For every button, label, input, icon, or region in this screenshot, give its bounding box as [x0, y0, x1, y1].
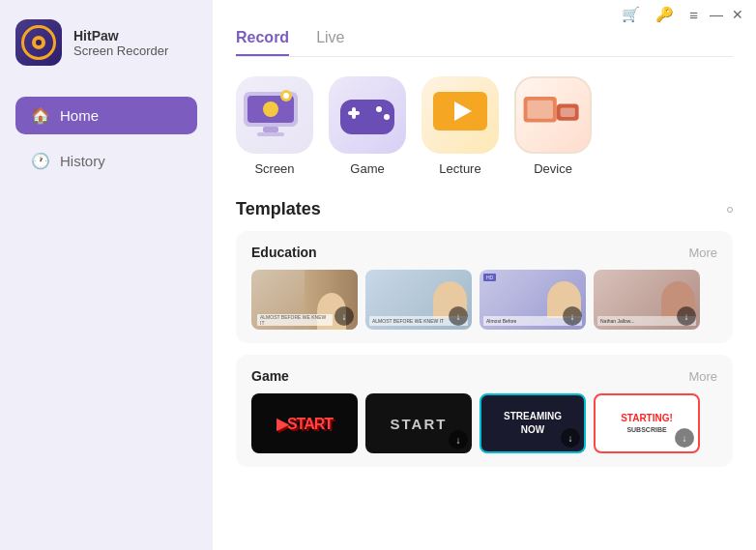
download-badge[interactable]: ↓ — [334, 306, 354, 326]
download-badge[interactable]: ↓ — [449, 430, 468, 449]
app-logo-icon — [15, 19, 62, 66]
logo-area: HitPaw Screen Recorder — [15, 19, 197, 66]
device-label: Device — [534, 161, 572, 176]
history-label: History — [60, 153, 105, 169]
content-area: Record Live Screen — [213, 29, 756, 550]
game-icon-bg — [329, 76, 406, 154]
download-badge[interactable]: ↓ — [563, 306, 582, 326]
template-thumb[interactable]: ALMOST BEFORE WE KNEW IT ↓ — [365, 270, 472, 330]
svg-point-10 — [376, 106, 382, 112]
game-more-link[interactable]: More — [688, 369, 717, 384]
record-options: Screen Game — [236, 76, 733, 176]
game-label: Game — [350, 161, 384, 176]
lecture-svg — [422, 76, 499, 154]
history-icon: 🕐 — [31, 152, 50, 170]
close-button[interactable]: ✕ — [731, 8, 744, 21]
education-section-header: Education More — [251, 245, 717, 260]
logo-text: HitPaw Screen Recorder — [73, 28, 168, 58]
download-badge[interactable]: ↓ — [561, 428, 580, 448]
template-thumb[interactable]: ALMOST BEFORE WE KNEW IT ↓ — [251, 270, 358, 330]
record-option-screen[interactable]: Screen — [236, 76, 313, 176]
template-thumb[interactable]: HD Almost Before ↓ — [480, 270, 586, 330]
template-thumb[interactable]: Nathan Jallow... ↓ — [594, 270, 700, 330]
screen-icon-bg — [236, 76, 313, 154]
game-thumbnails: ▶START START ↓ STREAMINGNOW ↓ STARTING!S… — [251, 393, 717, 453]
minimize-button[interactable]: — — [710, 8, 723, 21]
svg-rect-3 — [263, 127, 278, 132]
record-option-lecture[interactable]: Lecture — [422, 76, 499, 176]
sidebar-item-history[interactable]: 🕐 History — [15, 142, 197, 180]
key-icon[interactable]: 🔑 — [655, 6, 674, 23]
game-streaming-text: STREAMINGNOW — [504, 410, 562, 437]
svg-point-11 — [384, 114, 390, 120]
download-badge[interactable]: ↓ — [677, 306, 696, 326]
template-thumb[interactable]: ▶START — [251, 393, 358, 453]
education-title: Education — [251, 245, 317, 260]
templates-header: Templates — [236, 199, 733, 219]
sidebar-item-home[interactable]: 🏠 Home — [15, 97, 197, 134]
game-start-text2: START — [391, 416, 448, 432]
lecture-icon-bg — [422, 76, 499, 154]
screen-label: Screen — [254, 161, 294, 176]
education-more-link[interactable]: More — [688, 246, 717, 260]
tab-record[interactable]: Record — [236, 29, 289, 56]
device-icon-bg — [514, 76, 592, 154]
record-option-device[interactable]: Device — [514, 76, 592, 176]
game-section-title: Game — [251, 368, 289, 384]
titlebar: 🛒 🔑 ≡ — ✕ — [213, 0, 756, 29]
lecture-label: Lecture — [439, 161, 480, 176]
home-label: Home — [60, 107, 99, 124]
cart-icon[interactable]: 🛒 — [622, 6, 640, 23]
education-thumbnails: ALMOST BEFORE WE KNEW IT ↓ ALMOST BEFORE… — [251, 270, 717, 330]
svg-rect-17 — [561, 107, 575, 117]
svg-rect-15 — [527, 101, 553, 119]
svg-point-2 — [263, 101, 278, 117]
window-buttons: — ✕ — [710, 8, 744, 21]
game-section-header: Game More — [251, 368, 717, 384]
device-svg — [516, 78, 590, 152]
dot-indicator — [727, 207, 733, 213]
titlebar-icons: 🛒 🔑 ≡ — [622, 6, 698, 23]
home-icon: 🏠 — [31, 106, 50, 125]
download-badge[interactable]: ↓ — [449, 306, 468, 326]
template-section-game: Game More ▶START START ↓ STREAMINGNOW ↓ … — [236, 355, 733, 467]
svg-point-6 — [283, 93, 289, 99]
svg-rect-9 — [352, 107, 356, 119]
tab-live[interactable]: Live — [316, 29, 344, 56]
download-badge[interactable]: ↓ — [675, 428, 694, 448]
template-thumb[interactable]: STARTING!SUBSCRIBE ↓ — [594, 393, 700, 453]
product-name: Screen Recorder — [73, 43, 168, 58]
record-option-game[interactable]: Game — [329, 76, 406, 176]
main-tabs: Record Live — [236, 29, 733, 57]
template-section-education: Education More ALMOST BEFORE WE KNEW IT … — [236, 231, 733, 343]
main-content: 🛒 🔑 ≡ — ✕ Record Live — [213, 0, 756, 550]
brand-name: HitPaw — [73, 28, 168, 43]
template-thumb[interactable]: START ↓ — [365, 393, 472, 453]
game-start-text1: ▶START — [276, 415, 333, 433]
screen-svg — [236, 76, 313, 154]
game-svg — [329, 76, 406, 154]
template-thumb[interactable]: STREAMINGNOW ↓ — [480, 393, 586, 453]
templates-title: Templates — [236, 199, 321, 219]
sidebar: HitPaw Screen Recorder 🏠 Home 🕐 History — [0, 0, 213, 550]
game-starting-text: STARTING!SUBSCRIBE — [621, 413, 673, 434]
svg-rect-4 — [257, 132, 284, 136]
menu-icon[interactable]: ≡ — [689, 7, 698, 23]
